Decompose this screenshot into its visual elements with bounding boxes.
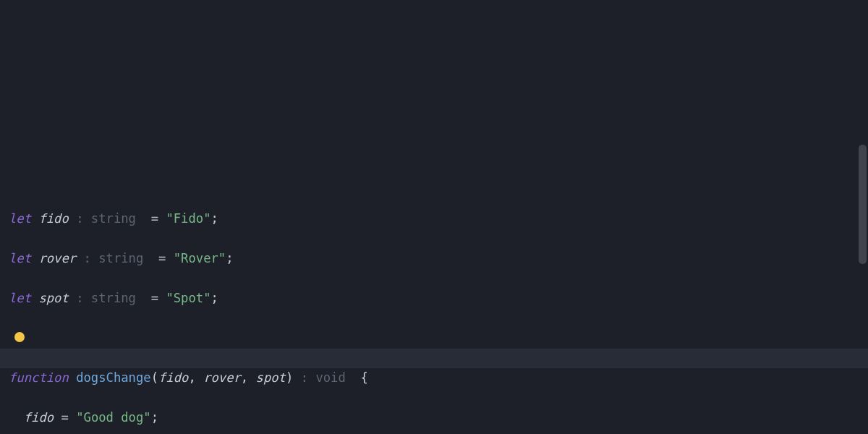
type-hint: : string: [76, 211, 136, 226]
blank-line[interactable]: [9, 328, 859, 349]
type-hint: : string: [84, 251, 144, 265]
brace-open: {: [360, 370, 367, 385]
keyword-let: let: [9, 211, 31, 226]
operator-assign: =: [158, 251, 166, 265]
semicolon: ;: [226, 251, 233, 265]
string-literal: "Rover": [174, 251, 226, 265]
code-editor[interactable]: let fido : string = "Fido"; let rover : …: [0, 0, 868, 434]
code-block: let fido : string = "Fido"; let rover : …: [9, 190, 859, 435]
type-hint: : string: [76, 291, 136, 305]
variable-fido: fido: [38, 211, 68, 226]
vertical-scrollbar[interactable]: [859, 145, 867, 264]
semicolon: ;: [151, 410, 158, 425]
semicolon: ;: [210, 291, 218, 305]
param: fido: [158, 370, 188, 385]
code-line[interactable]: let spot : string = "Spot";: [9, 289, 859, 309]
param: spot: [256, 370, 286, 385]
type-hint: : void: [301, 370, 346, 385]
lightbulb-icon[interactable]: [14, 332, 25, 342]
code-line[interactable]: function dogsChange(fido, rover, spot) :…: [9, 368, 859, 388]
comma: ,: [241, 370, 256, 385]
string-literal: "Spot": [166, 291, 210, 305]
operator-assign: =: [151, 211, 158, 226]
operator-assign: =: [151, 291, 158, 305]
code-line[interactable]: fido = "Good dog";: [9, 408, 859, 428]
function-name: dogsChange: [76, 370, 150, 385]
keyword-let: let: [9, 251, 31, 265]
paren-open: (: [151, 370, 158, 385]
paren-close: ): [286, 370, 293, 385]
indent: [9, 410, 24, 425]
variable-spot: spot: [38, 291, 68, 305]
code-line[interactable]: let rover : string = "Rover";: [9, 249, 859, 269]
param: rover: [203, 370, 241, 385]
semicolon: ;: [210, 211, 218, 226]
string-literal: "Fido": [166, 211, 210, 226]
variable: fido: [24, 410, 54, 425]
keyword-let: let: [9, 291, 31, 305]
code-line[interactable]: let fido : string = "Fido";: [9, 209, 859, 229]
string-literal: "Good dog": [76, 410, 150, 425]
operator-assign: =: [61, 410, 68, 425]
variable-rover: rover: [38, 251, 76, 265]
comma: ,: [188, 370, 203, 385]
keyword-function: function: [9, 370, 69, 385]
